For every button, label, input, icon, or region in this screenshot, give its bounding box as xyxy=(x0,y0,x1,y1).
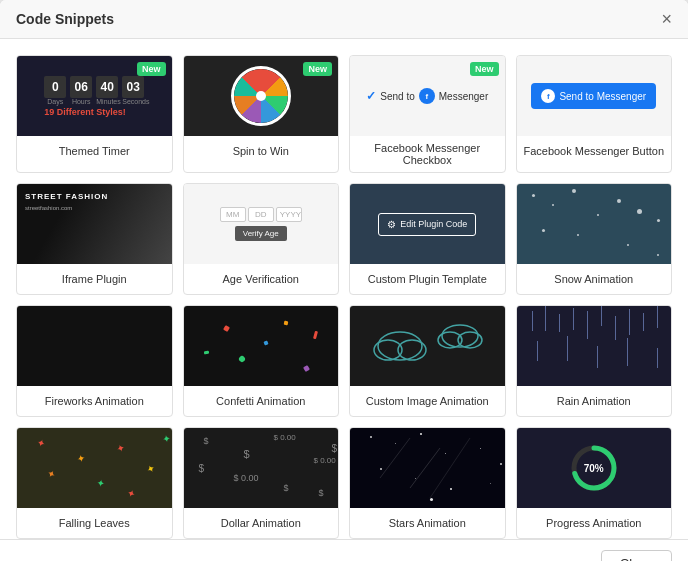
card-age-verification[interactable]: MM DD YYYY Verify Age Age Verification xyxy=(183,183,340,295)
label-seconds: Seconds xyxy=(122,98,144,105)
card-label-fb-checkbox: Facebook Messenger Checkbox xyxy=(350,136,505,172)
dollar-icon: $ xyxy=(332,443,338,454)
rain-drop xyxy=(627,338,628,366)
rain-drop xyxy=(587,311,588,339)
edit-plugin-label: Edit Plugin Code xyxy=(400,219,467,229)
card-label-stars: Stars Animation xyxy=(350,508,505,538)
card-label-age: Age Verification xyxy=(184,264,339,294)
thumb-rain xyxy=(517,306,672,386)
dollar-icon: $ 0.00 xyxy=(314,456,336,465)
rain-drop xyxy=(629,309,630,335)
modal-footer: Close xyxy=(0,539,688,561)
rain-drop xyxy=(601,306,602,326)
rain-drop xyxy=(567,336,568,361)
card-label-plugin: Custom Plugin Template xyxy=(350,264,505,294)
card-stars[interactable]: Stars Animation xyxy=(349,427,506,539)
thumb-snow xyxy=(517,184,672,264)
card-fb-messenger-checkbox[interactable]: New ✓ Send to f Messenger Facebook Messe… xyxy=(349,55,506,173)
card-fireworks[interactable]: Fireworks Animation xyxy=(16,305,173,417)
badge-new-timer: New xyxy=(137,62,166,76)
leaf-icon: ✦ xyxy=(96,477,106,489)
progress-label: 70% xyxy=(584,463,604,474)
card-label-confetti: Confetti Animation xyxy=(184,386,339,416)
card-iframe-plugin[interactable]: STREET FASHION streetfashion.com Iframe … xyxy=(16,183,173,295)
card-custom-img[interactable]: Custom Image Animation xyxy=(349,305,506,417)
timer-minutes: 40 xyxy=(96,76,118,98)
timer-display: 0 06 40 03 Days Hours Minutes Seconds 19… xyxy=(44,76,144,117)
star-streaks-svg xyxy=(350,428,505,508)
confetti-piece xyxy=(263,340,268,345)
leaf-icon: ✦ xyxy=(161,432,171,444)
dollar-icon: $ xyxy=(284,483,289,493)
leaf-icon: ✦ xyxy=(125,487,137,500)
send-to-label: Send to xyxy=(380,91,414,102)
card-themed-timer[interactable]: New 0 06 40 03 Days Hours Minutes Seco xyxy=(16,55,173,173)
timer-hours: 06 xyxy=(70,76,92,98)
modal-title: Code Snippets xyxy=(16,11,114,27)
snippets-grid: New 0 06 40 03 Days Hours Minutes Seco xyxy=(16,55,672,539)
svg-line-8 xyxy=(380,438,410,478)
card-label-fireworks: Fireworks Animation xyxy=(17,386,172,416)
thumb-fireworks xyxy=(17,306,172,386)
age-input-row: MM DD YYYY xyxy=(220,207,302,222)
age-yyyy: YYYY xyxy=(276,207,302,222)
card-confetti[interactable]: Confetti Animation xyxy=(183,305,340,417)
clouds-svg xyxy=(350,306,505,386)
card-label-snow: Snow Animation xyxy=(517,264,672,294)
rain-drop xyxy=(573,308,574,330)
card-rain[interactable]: Rain Animation xyxy=(516,305,673,417)
card-custom-plugin[interactable]: ⚙ Edit Plugin Code Custom Plugin Templat… xyxy=(349,183,506,295)
iframe-banner-text: STREET FASHION xyxy=(25,192,108,201)
snow-particle xyxy=(637,209,642,214)
card-fb-messenger-button[interactable]: f Send to Messenger Facebook Messenger B… xyxy=(516,55,673,173)
donut-chart: 70% xyxy=(569,443,619,493)
dollar-icon: $ xyxy=(319,488,324,498)
snow-particle xyxy=(597,214,599,216)
card-label-dollar: Dollar Animation xyxy=(184,508,339,538)
dollar-icon: $ xyxy=(199,463,205,474)
snow-particle xyxy=(617,199,621,203)
fb-icon: f xyxy=(419,88,435,104)
modal-header: Code Snippets × xyxy=(0,0,688,39)
fb-btn-label: Send to Messenger xyxy=(559,91,646,102)
card-label-custom-img: Custom Image Animation xyxy=(350,386,505,416)
svg-line-6 xyxy=(410,448,440,488)
thumb-confetti xyxy=(184,306,339,386)
rain-drop xyxy=(643,313,644,331)
modal-close-button[interactable]: × xyxy=(661,10,672,28)
leaf-icon: ✦ xyxy=(145,462,157,476)
svg-line-7 xyxy=(430,438,470,498)
dollar-icon: $ 0.00 xyxy=(234,473,259,483)
card-spin-to-win[interactable]: New Spin to Win xyxy=(183,55,340,173)
card-progress[interactable]: 70% Progress Animation xyxy=(516,427,673,539)
card-dollar[interactable]: $ $ $ 0.00 $ $ 0.00 $ $ 0.00 $ $ Dollar … xyxy=(183,427,340,539)
thumb-falling: ✦ ✦ ✦ ✦ ✦ ✦ ✦ ✦ xyxy=(17,428,172,508)
thumb-dollar: $ $ $ 0.00 $ $ 0.00 $ $ 0.00 $ $ xyxy=(184,428,339,508)
snow-particle xyxy=(542,229,545,232)
snow-particle xyxy=(552,204,554,206)
thumb-spin-to-win: New xyxy=(184,56,339,136)
card-label-fb-button: Facebook Messenger Button xyxy=(517,136,672,166)
dollar-icon: $ xyxy=(204,436,209,446)
card-falling[interactable]: ✦ ✦ ✦ ✦ ✦ ✦ ✦ ✦ Falling Leaves xyxy=(16,427,173,539)
card-label-rain: Rain Animation xyxy=(517,386,672,416)
snow-particle xyxy=(532,194,535,197)
rain-drop xyxy=(532,311,533,331)
card-label-themed-timer: Themed Timer xyxy=(17,136,172,166)
rain-drop xyxy=(657,348,658,368)
card-label-progress: Progress Animation xyxy=(517,508,672,538)
thumb-age: MM DD YYYY Verify Age xyxy=(184,184,339,264)
confetti-piece xyxy=(203,351,208,355)
timer-seconds: 03 xyxy=(122,76,144,98)
thumb-progress: 70% xyxy=(517,428,672,508)
card-label-spin-to-win: Spin to Win xyxy=(184,136,339,166)
gear-icon: ⚙ xyxy=(387,219,396,230)
confetti-piece xyxy=(283,321,288,326)
fb-send-button: f Send to Messenger xyxy=(531,83,656,109)
snow-particle xyxy=(657,254,659,256)
footer-close-button[interactable]: Close xyxy=(601,550,672,561)
dollar-icon: $ 0.00 xyxy=(274,433,296,442)
verify-age-btn: Verify Age xyxy=(235,226,287,241)
card-snow[interactable]: Snow Animation xyxy=(516,183,673,295)
rain-drop xyxy=(537,341,538,361)
